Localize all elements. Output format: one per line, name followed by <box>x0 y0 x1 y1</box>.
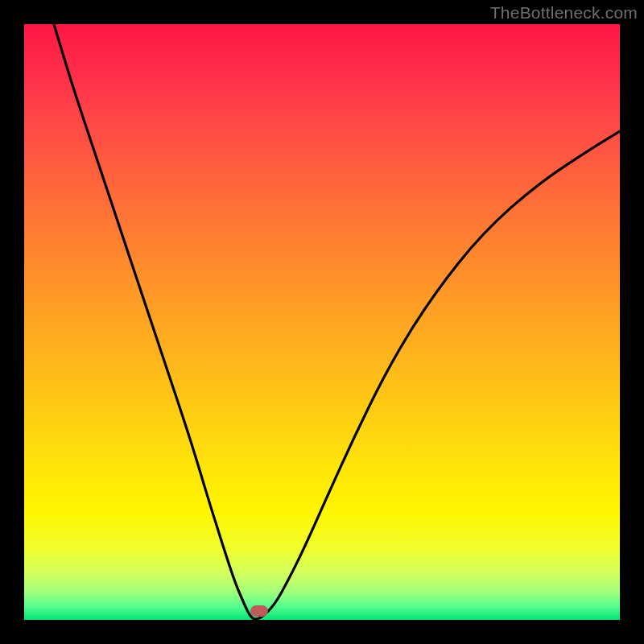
chart-frame: TheBottleneck.com <box>0 0 644 644</box>
optimum-marker <box>250 605 268 617</box>
bottleneck-curve <box>24 24 620 620</box>
plot-area <box>24 24 620 620</box>
watermark-text: TheBottleneck.com <box>490 3 638 23</box>
